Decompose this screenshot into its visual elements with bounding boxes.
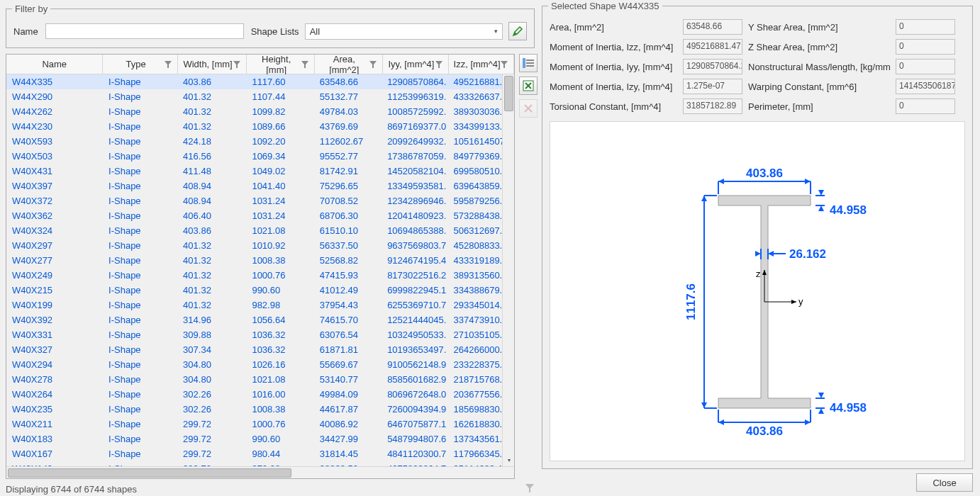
lbl-zshear: Z Shear Area, [mm^2] (748, 42, 890, 52)
cell-area: 68706.30 (316, 210, 383, 221)
pencil-icon (512, 26, 523, 37)
table-row[interactable]: W40X362I-Shape406.401031.2468706.3012041… (6, 208, 514, 223)
table-row[interactable]: W40X211I-Shape299.721000.7640086.9264670… (6, 417, 514, 432)
shape-preview: 403.86 403.86 1117.6 (550, 121, 965, 461)
filter-icon[interactable] (369, 61, 378, 68)
cell-iyy: 12041480923. (383, 210, 449, 221)
cell-area: 112602.67 (316, 136, 383, 147)
val-izy: 1.275e-07 (683, 79, 742, 94)
cell-width: 408.94 (179, 196, 247, 206)
shape-lists-combo[interactable]: All ▾ (305, 23, 503, 40)
table-row[interactable]: W40X183I-Shape299.72990.6034427.99548799… (6, 432, 514, 446)
cell-name: W44X262 (8, 106, 104, 117)
table-row[interactable]: W40X278I-Shape304.801021.0853140.7785856… (6, 372, 514, 387)
table-row[interactable]: W40X199I-Shape401.32982.9837954.43625536… (6, 298, 514, 312)
cell-width: 403.86 (179, 225, 247, 236)
cell-name: W44X290 (8, 91, 104, 102)
cell-width: 401.32 (179, 121, 247, 132)
hdr-type[interactable]: Type (107, 59, 164, 69)
table-row[interactable]: W40X249I-Shape401.321000.7647415.9381730… (6, 268, 514, 283)
filter-legend: Filter by (12, 4, 50, 14)
table-row[interactable]: W40X297I-Shape401.321010.9256337.5096375… (6, 238, 514, 253)
table-row[interactable]: W40X149I-Shape299.72970.2828263.50407582… (6, 461, 514, 466)
cell-iyy: 7260094394.9 (383, 404, 449, 415)
column-chooser-button[interactable] (519, 54, 538, 72)
hdr-area[interactable]: Area, [mm^2] (319, 54, 369, 75)
hdr-width[interactable]: Width, [mm] (182, 59, 234, 69)
cell-area: 49984.09 (316, 389, 383, 400)
table-row[interactable]: W40X392I-Shape314.961056.6474615.7012521… (6, 312, 514, 327)
cell-iyy: 12908570864. (383, 77, 449, 87)
svg-text:44.958: 44.958 (830, 401, 867, 415)
export-excel-button[interactable] (519, 77, 538, 95)
table-row[interactable]: W40X324I-Shape403.861021.0861510.1010694… (6, 223, 514, 238)
cell-name: W40X264 (8, 389, 104, 400)
vertical-scrollbar[interactable]: ▾ (502, 74, 514, 466)
table-row[interactable]: W44X230I-Shape401.321089.6643769.6986971… (6, 119, 514, 134)
cell-iyy: 17386787059. (383, 151, 449, 162)
cell-name: W40X324 (8, 225, 104, 236)
table-row[interactable]: W40X264I-Shape302.261016.0049984.0980696… (6, 387, 514, 402)
horizontal-scrollbar[interactable] (6, 466, 514, 478)
cell-area: 63548.66 (316, 77, 383, 87)
cell-name: W40X362 (8, 210, 104, 221)
lbl-cw: Warping Constant, [mm^6] (748, 81, 890, 92)
svg-text:44.958: 44.958 (830, 203, 867, 217)
cell-area: 47415.93 (316, 270, 383, 281)
delete-button[interactable] (519, 99, 538, 118)
table-row[interactable]: W44X335I-Shape403.861117.6063548.6612908… (6, 74, 514, 89)
cell-iyy: 6999822945.1 (383, 285, 449, 295)
svg-marker-26 (818, 205, 824, 211)
table-row[interactable]: W40X215I-Shape401.32990.6041012.49699982… (6, 283, 514, 298)
hdr-iyy[interactable]: Iyy, [mm^4] (387, 59, 436, 69)
cell-height: 1000.76 (247, 419, 315, 429)
status-filter-icon[interactable] (525, 483, 535, 495)
table-row[interactable]: W40X327I-Shape307.341036.3261871.8110193… (6, 342, 514, 357)
cell-iyy: 8585601682.9 (383, 374, 449, 385)
cell-type: I-Shape (104, 419, 179, 429)
status-text: Displaying 6744 of 6744 shapes (6, 484, 137, 495)
cell-height: 1049.02 (247, 166, 315, 176)
table-row[interactable]: W40X167I-Shape299.72980.4431814.45484112… (6, 446, 514, 461)
table-row[interactable]: W44X262I-Shape401.321099.8249784.0310085… (6, 104, 514, 119)
lbl-izy: Moment of Inertia, Izy, [mm^4] (550, 81, 677, 92)
edit-shape-lists-button[interactable] (508, 22, 527, 40)
table-row[interactable]: W40X235I-Shape302.261008.3844617.8772600… (6, 402, 514, 417)
svg-text:403.86: 403.86 (746, 424, 783, 438)
filter-icon[interactable] (301, 61, 310, 68)
cell-type: I-Shape (104, 255, 179, 266)
svg-rect-0 (523, 58, 525, 68)
table-row[interactable]: W40X331I-Shape309.881036.3263076.5410324… (6, 327, 514, 342)
cell-area: 53140.77 (316, 374, 383, 385)
cell-name: W40X277 (8, 255, 104, 266)
cell-area: 95552.77 (316, 151, 383, 162)
cell-width: 314.96 (179, 315, 247, 325)
table-row[interactable]: W40X593I-Shape424.181092.20112602.672099… (6, 134, 514, 149)
hdr-izz[interactable]: Izz, [mm^4] (453, 59, 501, 69)
filter-icon[interactable] (501, 61, 509, 68)
table-row[interactable]: W44X290I-Shape401.321107.4455132.7711253… (6, 89, 514, 104)
table-row[interactable]: W40X277I-Shape401.321008.3852568.8291246… (6, 253, 514, 268)
table-row[interactable]: W40X294I-Shape304.801026.1655669.6791005… (6, 357, 514, 372)
table-row[interactable]: W40X503I-Shape416.561069.3495552.7717386… (6, 149, 514, 164)
svg-marker-43 (791, 300, 796, 304)
cell-name: W40X593 (8, 136, 104, 147)
shapes-table[interactable]: Name Type Width, [mm] Height, [mm] Area,… (6, 54, 515, 479)
filter-icon[interactable] (233, 61, 242, 68)
cell-height: 1069.34 (247, 151, 315, 162)
filter-icon[interactable] (165, 61, 173, 68)
table-row[interactable]: W40X431I-Shape411.481049.0281742.9114520… (6, 164, 514, 179)
svg-rect-1 (526, 60, 534, 61)
close-button[interactable]: Close (916, 473, 973, 492)
svg-marker-12 (718, 419, 724, 425)
table-row[interactable]: W40X397I-Shape408.941041.4075296.6513349… (6, 179, 514, 193)
filter-name-input[interactable] (45, 23, 244, 39)
hdr-name[interactable]: Name (11, 59, 98, 69)
table-row[interactable]: W40X372I-Shape408.941031.2470708.5212342… (6, 193, 514, 208)
cell-width: 406.40 (179, 210, 247, 221)
hdr-height[interactable]: Height, [mm] (251, 54, 301, 75)
filter-icon[interactable] (435, 61, 444, 68)
cell-name: W40X294 (8, 359, 104, 370)
table-rows[interactable]: W44X335I-Shape403.861117.6063548.6612908… (6, 74, 514, 466)
cell-height: 990.60 (247, 285, 315, 295)
